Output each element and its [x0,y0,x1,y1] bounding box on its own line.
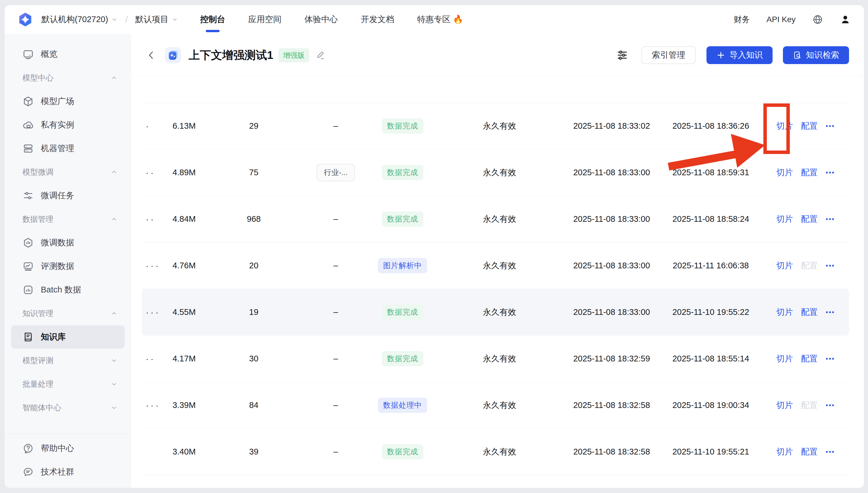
more-actions-link[interactable]: ••• [826,169,835,176]
doc-count: 29 [206,121,301,131]
nav-tab-0[interactable]: 控制台 [200,5,225,34]
more-actions-link[interactable]: ••• [826,215,835,223]
sidebar-footer-帮助中心[interactable]: 帮助中心 [11,437,125,460]
slice-link[interactable]: 切片 [776,213,793,225]
sidebar-section-模型中心[interactable]: 模型中心 [5,66,131,90]
doc-count: 39 [206,447,301,456]
doc-size: 4.55M [162,307,206,317]
updated-time: 2025-11-08 19:00:34 [659,401,763,410]
table-row: ···3.39M84–数据处理中永久有效2025-11-08 18:32:582… [142,382,849,429]
validity-cell: 永久有效 [435,213,564,225]
sidebar-section-知识管理[interactable]: 知识管理 [5,302,131,325]
more-actions-link[interactable]: ••• [826,402,835,409]
nav-tab-3[interactable]: 开发文档 [361,5,394,34]
config-link[interactable]: 配置 [801,353,818,365]
brand-logo-icon[interactable] [18,12,33,27]
doc-size: 3.39M [162,401,206,410]
created-time: 2025-11-08 18:33:00 [564,214,659,224]
nav-tab-2[interactable]: 体验中心 [304,5,338,34]
display-settings-button[interactable] [616,49,628,61]
project-name: 默认项目 [135,14,168,25]
table-row: ···4.76M20–图片解析中永久有效2025-11-08 18:33:002… [142,242,849,289]
sidebar-item-评测数据[interactable]: 评测数据 [11,255,125,278]
config-link[interactable]: 配置 [801,446,818,458]
org-switcher[interactable]: 默认机构(702720) [41,14,118,25]
doc-tag-cell: – [301,261,370,270]
doc-size: 3.40M [162,447,206,456]
more-actions-link[interactable]: ••• [826,448,835,456]
import-knowledge-button[interactable]: 导入知识 [706,46,772,64]
status-badge: 数据完成 [382,165,423,180]
sidebar-section-数据管理[interactable]: 数据管理 [5,208,131,231]
more-actions-link[interactable]: ••• [826,308,835,316]
nav-api-key[interactable]: API Key [766,15,796,24]
project-switcher[interactable]: 默认项目 [135,14,178,25]
nav-tab-4[interactable]: 特惠专区 🔥 [417,5,463,34]
globe-icon[interactable] [812,14,823,25]
doc-tag-cell: – [301,401,370,410]
validity-cell: 永久有效 [435,260,564,272]
status-badge: 数据完成 [382,304,423,320]
sidebar-footer-技术社群[interactable]: 技术社群 [11,460,125,484]
topbar-right: 财务 API Key [734,14,851,25]
slice-link[interactable]: 切片 [776,121,793,132]
sidebar-section-模型评测[interactable]: 模型评测 [5,349,131,372]
knowledge-search-button[interactable]: 知识检索 [783,46,849,64]
hex-data-icon [22,237,34,249]
slice-link[interactable]: 切片 [776,446,793,458]
doc-count: 968 [206,214,301,224]
avatar-icon[interactable] [840,14,851,25]
row-actions: 切片配置••• [763,353,849,365]
nav-finance[interactable]: 财务 [734,14,750,25]
sidebar-section-label: 模型评测 [22,356,54,366]
slice-link[interactable]: 切片 [776,306,793,318]
sidebar-item-微调任务[interactable]: 微调任务 [11,184,125,208]
sidebar-item-概览[interactable]: 概览 [11,43,125,66]
created-time: 2025-11-08 18:32:59 [564,354,659,363]
status-cell: 数据完成 [370,444,435,459]
sidebar-item-Batch 数据[interactable]: Batch 数据 [11,278,125,302]
doc-name-truncated: ·· [142,354,162,364]
table-row: ··4.17M30–数据完成永久有效2025-11-08 18:32:59202… [142,336,849,382]
slice-link[interactable]: 切片 [776,353,793,365]
chevron-down-icon [111,16,118,23]
config-link[interactable]: 配置 [801,121,818,132]
config-link[interactable]: 配置 [801,306,818,318]
header-actions: 索引管理 导入知识 知识检索 [616,46,849,64]
slice-link[interactable]: 切片 [776,260,793,272]
sidebar-item-机器管理[interactable]: 机器管理 [11,137,125,160]
chevron-up-icon [110,168,118,176]
edit-title-button[interactable] [316,50,325,60]
nav-tab-1[interactable]: 应用空间 [248,5,281,34]
more-actions-link[interactable]: ••• [826,355,835,363]
sidebar-item-知识库[interactable]: 知识库 [11,325,125,349]
config-link[interactable]: 配置 [801,167,818,178]
sidebar-item-模型广场[interactable]: 模型广场 [11,90,125,113]
config-link[interactable]: 配置 [801,400,818,411]
more-actions-link[interactable]: ••• [826,122,835,130]
sidebar-section-批量处理[interactable]: 批量处理 [5,372,131,396]
row-actions: 切片配置••• [763,121,849,132]
status-cell: 数据处理中 [370,398,435,413]
sidebar-section-label: 知识管理 [22,308,54,319]
sidebar-footer: 帮助中心技术社群 [5,429,131,484]
sidebar-section-label: 批量处理 [22,379,54,389]
updated-time: 2025-11-11 16:06:38 [659,261,763,270]
chevron-up-icon [110,215,118,223]
sidebar-section-智能体中心[interactable]: 智能体中心 [5,396,131,420]
sidebar-item-微调数据[interactable]: 微调数据 [11,231,125,255]
sidebar-item-私有实例[interactable]: 私有实例 [11,113,125,137]
index-manage-button[interactable]: 索引管理 [641,46,696,64]
tag-chip[interactable]: 行业-... [316,164,355,181]
sidebar-section-label: 数据管理 [22,214,54,224]
sidebar-section-label: 模型中心 [22,73,54,83]
status-cell: 数据完成 [370,165,435,180]
slice-link[interactable]: 切片 [776,400,793,411]
slice-link[interactable]: 切片 [776,167,793,178]
more-actions-link[interactable]: ••• [826,262,835,270]
back-button[interactable] [146,50,156,60]
updated-time: 2025-11-08 18:59:31 [659,168,763,177]
config-link[interactable]: 配置 [801,213,818,225]
config-link[interactable]: 配置 [801,260,818,272]
sidebar-section-模型微调[interactable]: 模型微调 [5,160,131,184]
